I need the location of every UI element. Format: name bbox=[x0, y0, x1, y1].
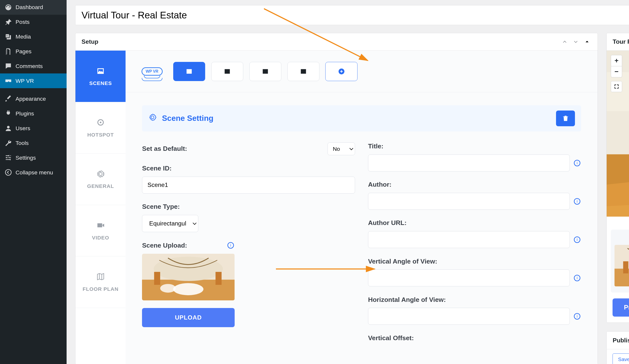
image-icon bbox=[96, 66, 105, 77]
collapse-icon bbox=[4, 168, 12, 176]
sliders-icon bbox=[4, 154, 12, 162]
scene-chip-row: WP VR bbox=[126, 51, 597, 92]
svg-rect-10 bbox=[215, 272, 222, 285]
scene-chip-2[interactable] bbox=[211, 62, 243, 81]
sidebar-item-media[interactable]: Media bbox=[0, 29, 67, 44]
fullscreen-button[interactable] bbox=[611, 81, 622, 92]
svg-text:i: i bbox=[230, 243, 231, 247]
sidebar-item-wpvr[interactable]: WP VR bbox=[0, 73, 67, 88]
scene-type-label: Scene Type: bbox=[142, 203, 355, 211]
vaov-input[interactable] bbox=[368, 269, 570, 286]
panel-toggle-icon[interactable] bbox=[583, 38, 591, 46]
title-label: Title: bbox=[368, 142, 581, 150]
svg-point-8 bbox=[154, 257, 223, 281]
tab-hotspot[interactable]: HOTSPOT bbox=[75, 102, 126, 153]
upload-button[interactable]: UPLOAD bbox=[142, 308, 235, 327]
tab-scenes[interactable]: SCENES bbox=[75, 51, 126, 102]
comment-icon bbox=[4, 62, 12, 70]
scene-chip-4[interactable] bbox=[288, 62, 319, 81]
help-icon[interactable]: i bbox=[573, 236, 581, 244]
scene-gallery: Scene1 Scene2 Scene3 bbox=[611, 230, 629, 293]
vr-icon bbox=[4, 77, 12, 85]
setup-panel-title: Setup bbox=[82, 38, 98, 45]
svg-text:i: i bbox=[577, 161, 578, 165]
haov-label: Horizontal Angle of View: bbox=[368, 296, 581, 304]
publish-panel: Publish Save Draft bbox=[606, 331, 629, 364]
help-icon[interactable]: i bbox=[573, 198, 581, 205]
sidebar-item-settings[interactable]: Settings bbox=[0, 150, 67, 165]
author-input[interactable] bbox=[368, 193, 570, 210]
sidebar-item-dashboard[interactable]: Dashboard bbox=[0, 0, 67, 15]
pages-icon bbox=[4, 48, 12, 55]
zoom-out-button[interactable]: − bbox=[611, 66, 622, 78]
gauge-icon bbox=[4, 3, 12, 11]
scene-upload-preview[interactable] bbox=[142, 254, 235, 300]
scene-chip-3[interactable] bbox=[249, 62, 281, 81]
help-icon[interactable]: i bbox=[573, 274, 581, 282]
pin-icon bbox=[4, 18, 12, 26]
user-icon bbox=[4, 124, 12, 132]
sidebar-item-comments[interactable]: Comments bbox=[0, 59, 67, 73]
author-url-input[interactable] bbox=[368, 231, 570, 248]
setup-panel: Setup SCENES HOTSPOT GENERAL VIDEO bbox=[75, 33, 598, 364]
publish-panel-title: Publish bbox=[613, 337, 629, 344]
svg-point-11 bbox=[173, 283, 203, 295]
sidebar-item-pages[interactable]: Pages bbox=[0, 44, 67, 59]
target-icon bbox=[96, 118, 105, 128]
svg-text:i: i bbox=[577, 199, 578, 203]
scene-setting-header: Scene Setting bbox=[142, 105, 581, 131]
svg-text:i: i bbox=[577, 238, 578, 242]
author-url-label: Author URL: bbox=[368, 219, 581, 227]
panel-down-icon[interactable] bbox=[572, 38, 580, 46]
scene-upload-label: Scene Upload: bbox=[142, 242, 187, 249]
title-input[interactable] bbox=[368, 154, 570, 171]
scene-id-input[interactable] bbox=[142, 177, 355, 194]
tour-title-input[interactable] bbox=[75, 5, 629, 25]
map-icon bbox=[96, 272, 105, 283]
vaov-label: Vertical Angle of View: bbox=[368, 258, 581, 265]
preview-button[interactable]: Preview bbox=[613, 298, 629, 316]
sidebar-item-tools[interactable]: Tools bbox=[0, 136, 67, 150]
set-default-label: Set as Default: bbox=[142, 145, 187, 152]
voffset-label: Vertical Offset: bbox=[368, 334, 581, 342]
sidebar-item-plugins[interactable]: Plugins bbox=[0, 106, 67, 121]
help-icon[interactable]: i bbox=[573, 159, 581, 167]
svg-text:i: i bbox=[577, 314, 578, 318]
video-icon bbox=[96, 221, 105, 231]
scene-type-select[interactable]: Equirectangular bbox=[142, 215, 198, 232]
wpvr-logo: WP VR bbox=[137, 63, 167, 80]
svg-text:i: i bbox=[577, 276, 578, 280]
delete-scene-button[interactable] bbox=[556, 111, 575, 126]
svg-rect-42 bbox=[623, 261, 628, 273]
svg-point-12 bbox=[160, 284, 176, 293]
save-draft-button[interactable]: Save Draft bbox=[613, 354, 629, 364]
preview-panel-title: Tour Preview bbox=[613, 38, 629, 45]
sidebar-item-appearance[interactable]: Appearance bbox=[0, 92, 67, 106]
preview-panel: Tour Preview bbox=[606, 33, 629, 323]
sidebar-item-collapse[interactable]: Collapse menu bbox=[0, 165, 67, 180]
gear-icon bbox=[148, 113, 157, 123]
scene-chip-add[interactable] bbox=[325, 62, 357, 81]
author-label: Author: bbox=[368, 181, 581, 188]
panorama-viewport[interactable]: + − bbox=[607, 51, 629, 217]
admin-sidebar: Dashboard Posts Media Pages Comments WP … bbox=[0, 0, 67, 364]
svg-rect-9 bbox=[154, 272, 160, 285]
help-icon[interactable]: i bbox=[573, 312, 581, 320]
tab-video[interactable]: VIDEO bbox=[75, 205, 126, 256]
panel-up-icon[interactable] bbox=[560, 38, 569, 46]
media-icon bbox=[4, 33, 12, 41]
tab-floorplan[interactable]: FLOOR PLAN bbox=[75, 256, 126, 308]
haov-input[interactable] bbox=[368, 308, 570, 325]
set-default-select[interactable]: No bbox=[327, 142, 355, 155]
scene-chip-1[interactable] bbox=[173, 62, 205, 81]
scene-thumb-1[interactable]: Scene1 bbox=[615, 236, 629, 287]
help-icon[interactable]: i bbox=[227, 242, 235, 249]
tab-general[interactable]: GENERAL bbox=[75, 153, 126, 205]
main-content: Setup SCENES HOTSPOT GENERAL VIDEO bbox=[67, 0, 629, 364]
zoom-in-button[interactable]: + bbox=[611, 55, 622, 66]
sidebar-item-users[interactable]: Users bbox=[0, 121, 67, 136]
brush-icon bbox=[4, 95, 12, 103]
svg-point-2 bbox=[100, 121, 101, 123]
sidebar-item-posts[interactable]: Posts bbox=[0, 15, 67, 29]
setup-vertical-tabs: SCENES HOTSPOT GENERAL VIDEO FLOOR PLAN bbox=[75, 51, 126, 364]
